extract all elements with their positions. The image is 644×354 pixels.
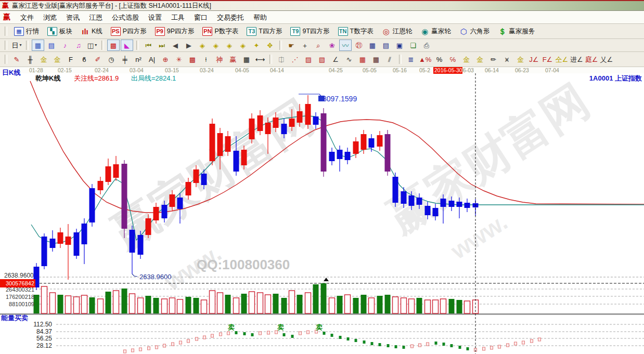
kline-button[interactable]: ılıK线 xyxy=(81,27,102,36)
first-bar-button[interactable]: ⏮ xyxy=(142,40,154,51)
diamond-shrink-button[interactable]: ◈ xyxy=(237,40,249,51)
slash-rays-button[interactable]: ⫽ xyxy=(383,53,396,65)
h-arrow-button[interactable]: ⟷ xyxy=(254,53,266,65)
info-panel-button[interactable]: ▤ xyxy=(45,40,58,51)
hatch-box2-button[interactable]: ▧ xyxy=(316,53,328,65)
menu-item-资讯[interactable]: 资讯 xyxy=(61,12,84,22)
gold-line2-button[interactable]: 金 xyxy=(51,53,63,65)
candle-body xyxy=(425,206,431,215)
t9-square-button[interactable]: T99T四方形 xyxy=(290,27,329,36)
winner-service-button[interactable]: ＄赢家服务 xyxy=(498,27,535,36)
ma9-button[interactable]: ♫ xyxy=(72,40,85,51)
wave-line-button[interactable]: ∿ xyxy=(343,53,355,65)
menu-item-窗口[interactable]: 窗口 xyxy=(189,12,212,22)
t-number-table-button[interactable]: TNT数字表 xyxy=(338,27,373,36)
f-ruler-button[interactable]: F xyxy=(65,53,77,65)
diamond-right-button[interactable]: ◈ xyxy=(210,40,222,51)
ma3-button[interactable]: ♪ xyxy=(59,40,71,51)
menu-item-文件[interactable]: 文件 xyxy=(16,12,38,22)
menu-item-交易委托[interactable]: 交易委托 xyxy=(212,12,249,22)
menu-item-浏览[interactable]: 浏览 xyxy=(38,12,61,22)
candle-style-dropdown[interactable]: ◫▾ xyxy=(86,40,98,51)
gold-coin2-button[interactable]: 金 xyxy=(473,53,486,65)
box-handle-button[interactable]: ⎅ xyxy=(275,53,288,65)
gann-grid-button[interactable]: ▩ xyxy=(107,40,120,51)
ting-angle-button[interactable]: 庭∠ xyxy=(585,53,599,65)
circle-cross-button[interactable]: ⊕ xyxy=(159,53,172,65)
j-angle-button[interactable]: J∠ xyxy=(527,53,540,65)
menu-item-工具[interactable]: 工具 xyxy=(166,12,189,22)
small-marks-button[interactable]: ⍿ xyxy=(200,53,212,65)
menu-item-江恩[interactable]: 江恩 xyxy=(84,12,107,22)
winner-wheel-button[interactable]: ◉赢家轮 xyxy=(420,27,451,36)
shen-tool-button[interactable]: 神 xyxy=(213,53,226,65)
hexagon-button[interactable]: ⬡六角形 xyxy=(459,27,490,36)
percent-tri-button[interactable]: ▲% xyxy=(418,53,432,65)
save-button[interactable]: ▣ xyxy=(393,40,406,51)
p-square-button[interactable]: PSP四方形 xyxy=(111,27,147,36)
gold-coin1-button[interactable]: 金 xyxy=(460,53,472,65)
export-button[interactable]: ❏ xyxy=(407,40,419,51)
menu-item-设置[interactable]: 设置 xyxy=(144,12,166,22)
quotes-button[interactable]: ▦行情 xyxy=(14,27,39,36)
flower-tool-button[interactable]: ❀ xyxy=(326,40,338,51)
gann-wheel-button[interactable]: ◎江恩轮 xyxy=(382,27,413,36)
menu-item-帮助[interactable]: 帮助 xyxy=(249,12,272,22)
next-bar-button[interactable]: ▶ xyxy=(183,40,195,51)
hand-tool-button[interactable]: ☛ xyxy=(285,40,298,51)
percent-button[interactable]: % xyxy=(433,53,445,65)
notes-button[interactable]: ▤ xyxy=(380,40,392,51)
red-rays-button[interactable]: ⋰ xyxy=(289,53,301,65)
diamond-cross-button[interactable]: ✥ xyxy=(264,40,276,51)
chart-canvas[interactable]: 赢家财富网www.赢家财富网www.QQ:100800360卖卖卖3097.15… xyxy=(0,73,644,354)
hatch-box1-button[interactable]: ▨ xyxy=(302,53,315,65)
red-grid1-button[interactable]: ▦ xyxy=(356,53,369,65)
calculator-button[interactable]: ▦ xyxy=(366,40,379,51)
period-day-dropdown[interactable]: 日▾ xyxy=(10,40,23,51)
p-number-table-button[interactable]: PNP数字表 xyxy=(202,27,238,36)
ruler-tool-button[interactable]: ╫ xyxy=(24,53,36,65)
pencil-tool-button[interactable]: ✎ xyxy=(10,53,23,65)
tick-ruler-button[interactable]: ╪ xyxy=(119,53,131,65)
yi-angle-button[interactable]: 乂∠ xyxy=(599,53,613,65)
calendar-button[interactable]: ㉑ xyxy=(353,40,365,51)
red-pencil-button[interactable]: ✐ xyxy=(92,53,104,65)
histogram-note-button[interactable]: ≣ xyxy=(405,53,417,65)
p9-square-button[interactable]: P99P四方形 xyxy=(155,27,195,36)
starburst-button[interactable]: ✳ xyxy=(173,53,185,65)
print-button[interactable]: ⎙ xyxy=(420,40,433,51)
n2-ruler-button[interactable]: n² xyxy=(132,53,145,65)
brush-coin-button[interactable]: ✏ xyxy=(487,53,499,65)
ruler-123-button[interactable]: ▦ xyxy=(240,53,253,65)
clock-circle-button[interactable]: ◷ xyxy=(105,53,118,65)
peak-mark-button[interactable]: ⩙ xyxy=(500,53,513,65)
spiral-tool-button[interactable]: ϐ xyxy=(78,53,91,65)
last-bar-button[interactable]: ⏭ xyxy=(156,40,168,51)
percent-line-button[interactable]: ℅ xyxy=(446,53,459,65)
sectors-button[interactable]: ▚板块 xyxy=(47,27,72,36)
ying-tool-button[interactable]: 赢 xyxy=(227,53,239,65)
a-line-button[interactable]: A| xyxy=(146,53,158,65)
indicator-mark xyxy=(355,339,357,342)
grid-box-button[interactable]: ▩ xyxy=(186,53,199,65)
jin-angle-button[interactable]: 进∠ xyxy=(570,53,584,65)
f-angle-button[interactable]: F∠ xyxy=(541,53,553,65)
wave-tool-button[interactable]: 〰 xyxy=(339,40,352,51)
red-grid2-button[interactable]: ▦ xyxy=(370,53,382,65)
gold-angle-button[interactable]: 金 xyxy=(514,53,526,65)
layout-grid-button[interactable]: ▦ xyxy=(32,40,44,51)
quan-angle-button[interactable]: 仝∠ xyxy=(555,53,569,65)
watermark-qq: QQ:100800360 xyxy=(197,257,290,272)
angle-rays-button[interactable]: ∠ xyxy=(329,53,342,65)
indicator-mark xyxy=(203,336,206,339)
zoom-tool-button[interactable]: ⌕ xyxy=(312,40,325,51)
prev-bar-button[interactable]: ◀ xyxy=(169,40,182,51)
diamond-left-button[interactable]: ◈ xyxy=(196,40,209,51)
gold-line1-button[interactable]: 金 xyxy=(37,53,50,65)
volume-profile-button[interactable]: ◣ xyxy=(121,40,133,51)
t-square-button[interactable]: T3T四方形 xyxy=(247,27,282,36)
diamond-expand-button[interactable]: ◈ xyxy=(223,40,236,51)
diamond-star-button[interactable]: ✦ xyxy=(250,40,263,51)
crosshair-button[interactable]: ＋ xyxy=(299,40,311,51)
menu-item-公式选股[interactable]: 公式选股 xyxy=(107,12,144,22)
